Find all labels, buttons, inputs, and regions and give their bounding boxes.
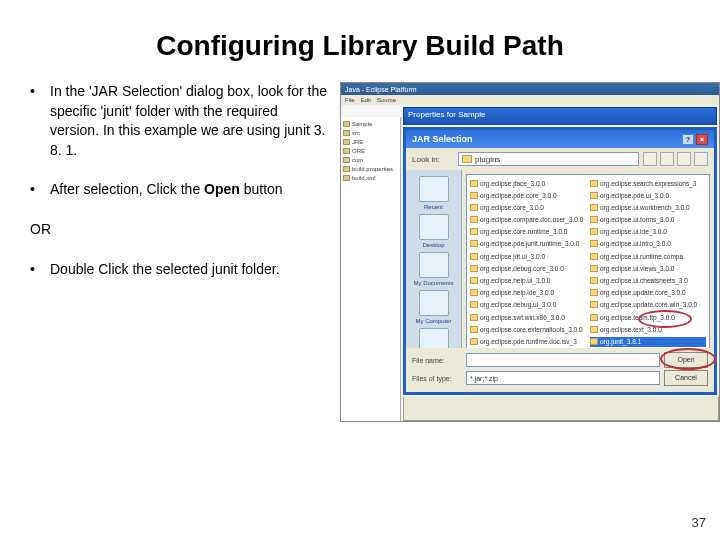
pkg-item[interactable]: com: [343, 155, 398, 164]
filename-input[interactable]: [466, 353, 660, 367]
list-item[interactable]: org.eclipse.ui.ide_3.0.0: [590, 227, 706, 237]
cancel-button[interactable]: Cancel: [664, 370, 708, 386]
filetype-dropdown[interactable]: *.jar;*.zip: [466, 371, 660, 385]
list-item[interactable]: org.eclipse.pde.junit.runtime_3.0.0: [470, 239, 586, 249]
list-item[interactable]: org.eclipse.search.expressions_3: [590, 178, 706, 188]
folder-icon: [590, 192, 598, 199]
list-item[interactable]: org.eclipse.update.core.win_3.0.0: [590, 300, 706, 310]
pkg-item[interactable]: src: [343, 128, 398, 137]
place-label: My Computer: [415, 318, 451, 324]
pkg-item[interactable]: ORE: [343, 146, 398, 155]
up-icon[interactable]: [660, 152, 674, 166]
menu-edit[interactable]: Edit: [361, 97, 371, 103]
bullet-3: • Double Click the selected junit folder…: [30, 260, 330, 280]
place-label: Recent: [424, 204, 443, 210]
folder-icon: [590, 314, 598, 321]
jar-dialog-titlebar: JAR Selection ? ×: [406, 130, 714, 148]
pkg-label: build.properties: [352, 166, 393, 172]
list-item[interactable]: org.eclipse.ui.runtime.compa: [590, 251, 706, 261]
list-item[interactable]: org.eclipse.ui.workbench_3.0.0: [590, 202, 706, 212]
folder-icon: [470, 326, 478, 333]
place-computer[interactable]: My Computer: [410, 290, 458, 324]
folder-icon: [470, 301, 478, 308]
list-item[interactable]: org.eclipse.help.ui_3.0.0: [470, 276, 586, 286]
pkg-item[interactable]: build.xml: [343, 173, 398, 182]
file-label: org.eclipse.compare.doc.user_3.0.0: [480, 216, 583, 223]
file-label: org.eclipse.pde.core_3.0.0: [480, 192, 557, 199]
file-label: org.eclipse.jface_3.0.0: [480, 180, 545, 187]
pkg-label: Sample: [352, 121, 372, 127]
bullet-dot: •: [30, 260, 50, 280]
close-icon[interactable]: ×: [696, 134, 708, 145]
file-icon: [343, 166, 350, 172]
list-item[interactable]: org.eclipse.pde.runtime.doc.isv_3: [470, 337, 586, 347]
page-number: 37: [692, 515, 706, 530]
file-label: org.eclipse.help.ui_3.0.0: [480, 277, 550, 284]
bullet-text-post: button: [240, 181, 283, 197]
pkg-item[interactable]: JRE: [343, 137, 398, 146]
list-item[interactable]: org.eclipse.update.core_3.0.0: [590, 288, 706, 298]
file-label: org.eclipse.pde.runtime.doc.isv_3: [480, 338, 577, 345]
bullet-text: After selection, Click the Open button: [50, 180, 330, 200]
window-buttons: ? ×: [682, 134, 708, 145]
lookin-dropdown[interactable]: plugins: [458, 152, 639, 166]
list-item[interactable]: org.eclipse.pde.ui_3.0.0: [590, 190, 706, 200]
help-icon[interactable]: ?: [682, 134, 694, 145]
file-label: org.eclipse.search.expressions_3: [600, 180, 696, 187]
file-label: org.eclipse.ui.workbench_3.0.0: [600, 204, 690, 211]
place-label: Desktop: [422, 242, 444, 248]
lookin-row: Look in: plugins: [406, 148, 714, 170]
list-item[interactable]: org.eclipse.debug.ui_3.0.0: [470, 300, 586, 310]
pkg-item[interactable]: Sample: [343, 119, 398, 128]
list-item[interactable]: org.eclipse.core_3.0.0: [470, 202, 586, 212]
file-label: org.eclipse.swt.win.x86_3.0.0: [480, 314, 565, 321]
place-desktop[interactable]: Desktop: [410, 214, 458, 248]
list-item-selected[interactable]: org.junit_3.8.1: [590, 337, 706, 347]
file-label: org.eclipse.ui.intro_3.0.0: [600, 240, 671, 247]
new-folder-icon[interactable]: [677, 152, 691, 166]
place-recent[interactable]: Recent: [410, 176, 458, 210]
file-label: org.eclipse.ui.views_3.0.0: [600, 265, 674, 272]
pkg-item[interactable]: build.properties: [343, 164, 398, 173]
bullet-text-pre: After selection, Click the: [50, 181, 204, 197]
list-item[interactable]: org.eclipse.core.externaltools_3.0.0: [470, 324, 586, 334]
list-item[interactable]: org.eclipse.swt.win.x86_3.0.0: [470, 312, 586, 322]
list-item[interactable]: org.eclipse.pde.core_3.0.0: [470, 190, 586, 200]
file-label: org.eclipse.core.runtime_3.0.0: [480, 228, 567, 235]
places-bar: Recent Desktop My Documents My Computer …: [406, 170, 462, 368]
page-title: Configuring Library Build Path: [0, 0, 720, 82]
package-explorer: Sample src JRE ORE com build.properties …: [341, 117, 401, 421]
list-item[interactable]: org.eclipse.ui.views_3.0.0: [590, 263, 706, 273]
file-label: org.eclipse.update.core_3.0.0: [600, 289, 686, 296]
view-icon[interactable]: [694, 152, 708, 166]
list-item[interactable]: org.eclipse.debug.core_3.0.0: [470, 263, 586, 273]
list-item[interactable]: org.eclipse.jface_3.0.0: [470, 178, 586, 188]
pkg-label: JRE: [352, 139, 363, 145]
folder-icon: [343, 130, 350, 136]
file-label: org.eclipse.pde.ui_3.0.0: [600, 192, 669, 199]
folder-icon: [470, 192, 478, 199]
menu-file[interactable]: File: [345, 97, 355, 103]
folder-icon: [470, 228, 478, 235]
list-item[interactable]: org.eclipse.jdt.ui_3.0.0: [470, 251, 586, 261]
list-item[interactable]: org.eclipse.core.runtime_3.0.0: [470, 227, 586, 237]
folder-icon: [343, 121, 350, 127]
back-icon[interactable]: [643, 152, 657, 166]
list-item[interactable]: org.eclipse.ui.forms_3.0.0: [590, 215, 706, 225]
folder-icon: [590, 240, 598, 247]
eclipse-menubar: File Edit Source: [341, 95, 719, 105]
file-label: org.eclipse.update.core.win_3.0.0: [600, 301, 697, 308]
list-item[interactable]: org.eclipse.help.ide_3.0.0: [470, 288, 586, 298]
list-item[interactable]: org.eclipse.ui.intro_3.0.0: [590, 239, 706, 249]
nav-icons: [643, 152, 708, 166]
bullet-text: Double Click the selected junit folder.: [50, 260, 330, 280]
file-label: org.eclipse.debug.ui_3.0.0: [480, 301, 556, 308]
list-item[interactable]: org.eclipse.compare.doc.user_3.0.0: [470, 215, 586, 225]
screenshot-column: Java - Eclipse Platform File Edit Source…: [340, 82, 720, 422]
list-item[interactable]: org.eclipse.ui.cheatsheets_3.0: [590, 276, 706, 286]
menu-source[interactable]: Source: [377, 97, 396, 103]
place-mydocs[interactable]: My Documents: [410, 252, 458, 286]
file-list[interactable]: org.eclipse.jface_3.0.0 org.eclipse.sear…: [466, 174, 710, 364]
bullet-1: • In the 'JAR Selection' dialog box, loo…: [30, 82, 330, 160]
folder-icon: [470, 180, 478, 187]
